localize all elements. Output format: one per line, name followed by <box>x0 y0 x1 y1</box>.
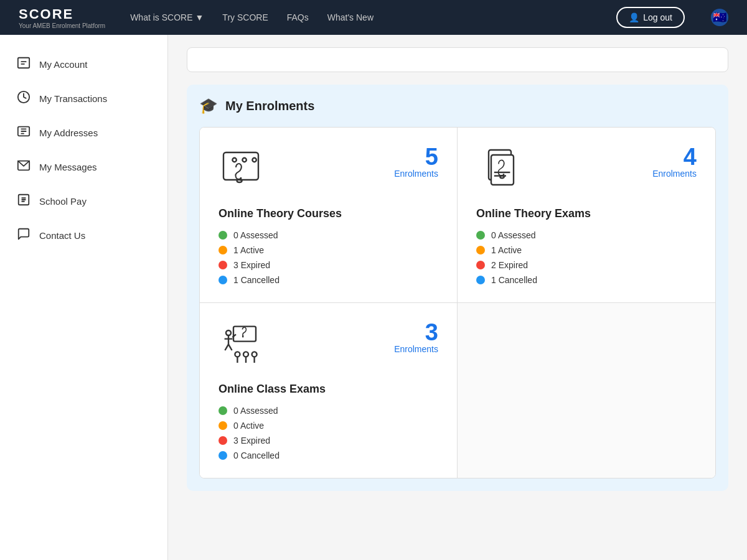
card-title: Online Theory Courses <box>218 207 438 220</box>
svg-point-27 <box>243 352 248 357</box>
messages-icon <box>17 159 31 175</box>
dot-red <box>476 261 485 269</box>
sidebar-item-school-pay[interactable]: School Pay <box>0 184 167 218</box>
status-assessed: 0 Assessed <box>218 406 438 416</box>
svg-point-19 <box>226 330 231 335</box>
enrolments-title: My Enrolments <box>225 99 314 113</box>
svg-point-8 <box>252 158 256 162</box>
contact-icon <box>17 227 31 244</box>
svg-rect-12 <box>491 155 514 185</box>
search-bar-area <box>187 47 728 72</box>
enrolment-card-class-exams[interactable]: 3 Enrolments Online Class Exams 0 Assess… <box>200 303 458 478</box>
enrolments-section: 🎓 My Enrolments <box>187 85 728 491</box>
status-assessed: 0 Assessed <box>476 230 697 240</box>
count-number: 5 <box>394 145 438 169</box>
card-count-area: 3 Enrolments <box>394 320 438 354</box>
site-header: SCORE Your AMEB Enrolment Platform What … <box>0 0 747 35</box>
sidebar-item-my-transactions[interactable]: My Transactions <box>0 82 167 116</box>
status-cancelled: 1 Cancelled <box>218 275 438 285</box>
theory-courses-icon <box>218 145 268 195</box>
status-active: 0 Active <box>218 421 438 431</box>
status-expired: 3 Expired <box>218 260 438 270</box>
status-active: 1 Active <box>218 245 438 255</box>
dot-green <box>476 231 485 240</box>
class-exams-icon <box>218 320 268 370</box>
logout-button[interactable]: 👤 Log out <box>616 7 685 28</box>
logo-area: SCORE Your AMEB Enrolment Platform <box>19 6 105 29</box>
card-count-area: 5 Enrolments <box>394 145 438 179</box>
sidebar-item-my-addresses[interactable]: My Addresses <box>0 116 167 150</box>
logo-text: SCORE <box>19 6 105 22</box>
card-count-area: 4 Enrolments <box>652 145 697 179</box>
nav-whats-new[interactable]: What's New <box>327 12 374 22</box>
svg-line-22 <box>225 344 228 350</box>
card-top: 4 Enrolments <box>476 145 697 195</box>
country-flag: 🇦🇺 <box>711 9 728 26</box>
sidebar-item-label: School Pay <box>39 196 87 207</box>
theory-exams-icon <box>476 145 526 195</box>
status-cancelled: 0 Cancelled <box>218 450 438 460</box>
dot-orange <box>218 246 227 254</box>
enrolment-card-empty <box>458 303 715 478</box>
count-label: Enrolments <box>394 344 438 354</box>
account-icon <box>17 56 31 73</box>
transactions-icon <box>17 90 31 107</box>
sidebar-item-label: My Messages <box>39 162 97 172</box>
dot-blue <box>218 276 227 284</box>
sidebar-item-label: My Account <box>39 59 88 70</box>
page-layout: My Account My Transactions My Addresses … <box>0 35 747 560</box>
dot-red <box>218 261 227 269</box>
main-nav: What is SCORE ▼ Try SCORE FAQs What's Ne… <box>130 7 728 28</box>
enrolment-card-theory-exams[interactable]: 4 Enrolments Online Theory Exams 0 Asses… <box>458 128 715 303</box>
count-label: Enrolments <box>394 169 438 179</box>
enrolment-card-theory-courses[interactable]: 5 Enrolments Online Theory Courses 0 Ass… <box>200 128 458 303</box>
status-active: 1 Active <box>476 245 697 255</box>
svg-rect-0 <box>18 58 29 68</box>
dot-green <box>218 231 227 240</box>
nav-faqs[interactable]: FAQs <box>287 12 309 22</box>
enrolments-grid: 5 Enrolments Online Theory Courses 0 Ass… <box>199 127 716 478</box>
svg-point-29 <box>252 352 257 357</box>
dot-green <box>218 406 227 415</box>
status-list: 0 Assessed 0 Active 3 Expired 0 Can <box>218 406 438 460</box>
status-cancelled: 1 Cancelled <box>476 275 697 285</box>
graduation-cap-icon: 🎓 <box>199 97 218 114</box>
enrolments-header: 🎓 My Enrolments <box>199 97 716 114</box>
sidebar-item-my-messages[interactable]: My Messages <box>0 150 167 184</box>
nav-what-is-score[interactable]: What is SCORE ▼ <box>130 12 204 22</box>
main-content: 🎓 My Enrolments <box>168 35 747 560</box>
dropdown-arrow-icon: ▼ <box>195 12 204 22</box>
user-icon: 👤 <box>629 12 639 22</box>
status-list: 0 Assessed 1 Active 2 Expired 1 Can <box>476 230 697 285</box>
card-top: 3 Enrolments <box>218 320 438 370</box>
card-title: Online Class Exams <box>218 383 438 396</box>
svg-point-10 <box>237 179 242 182</box>
dot-orange <box>476 246 485 254</box>
sidebar: My Account My Transactions My Addresses … <box>0 35 168 560</box>
svg-rect-17 <box>233 327 256 342</box>
sidebar-item-label: My Transactions <box>39 93 107 104</box>
dot-blue <box>476 276 485 284</box>
logo-subtitle: Your AMEB Enrolment Platform <box>19 22 105 29</box>
dot-blue <box>218 451 227 460</box>
dot-red <box>218 436 227 445</box>
status-expired: 3 Expired <box>218 436 438 446</box>
status-expired: 2 Expired <box>476 260 697 270</box>
addresses-icon <box>17 124 31 141</box>
nav-try-score[interactable]: Try SCORE <box>222 12 268 22</box>
card-title: Online Theory Exams <box>476 207 697 220</box>
count-label: Enrolments <box>652 169 697 179</box>
school-pay-icon <box>17 193 31 210</box>
svg-point-7 <box>242 158 246 162</box>
sidebar-item-my-account[interactable]: My Account <box>0 47 167 82</box>
sidebar-item-contact-us[interactable]: Contact Us <box>0 218 167 253</box>
sidebar-item-label: My Addresses <box>39 128 98 138</box>
svg-point-25 <box>235 352 240 357</box>
count-number: 4 <box>652 145 697 169</box>
status-list: 0 Assessed 1 Active 3 Expired 1 Can <box>218 230 438 285</box>
count-number: 3 <box>394 320 438 344</box>
dot-orange <box>218 421 227 430</box>
sidebar-item-label: Contact Us <box>39 230 85 241</box>
card-top: 5 Enrolments <box>218 145 438 195</box>
svg-line-23 <box>228 344 232 350</box>
